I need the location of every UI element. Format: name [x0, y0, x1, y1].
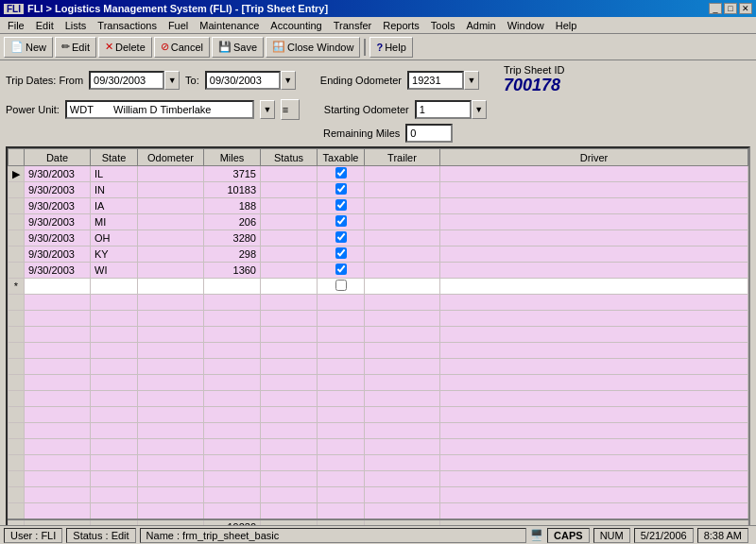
row-taxable[interactable] — [318, 198, 365, 214]
starting-odometer-dropdown[interactable]: ▼ — [472, 100, 487, 119]
empty-table-row[interactable] — [9, 471, 748, 487]
close-window-button[interactable]: 🪟 Close Window — [266, 37, 360, 58]
table-row[interactable]: 9/30/2003WI1360 — [9, 263, 748, 279]
empty-table-row[interactable] — [9, 311, 748, 327]
taxable-checkbox[interactable] — [335, 167, 347, 178]
row-driver[interactable] — [440, 246, 748, 263]
ending-odometer-dropdown[interactable]: ▼ — [464, 71, 479, 90]
row-odometer[interactable] — [138, 214, 204, 230]
power-unit-input[interactable] — [65, 100, 254, 119]
power-unit-dropdown[interactable]: ▼ — [260, 100, 275, 119]
row-odometer[interactable] — [138, 230, 204, 246]
taxable-checkbox[interactable] — [335, 215, 347, 227]
row-trailer[interactable] — [365, 263, 440, 279]
row-miles[interactable]: 1360 — [204, 263, 261, 279]
row-miles[interactable]: 188 — [204, 198, 261, 214]
row-odometer[interactable] — [138, 166, 204, 182]
menu-tools[interactable]: Tools — [425, 19, 461, 32]
row-state[interactable]: WI — [91, 263, 138, 279]
empty-table-row[interactable] — [9, 423, 748, 439]
from-date-input[interactable] — [89, 71, 164, 90]
table-row[interactable]: 9/30/2003OH3280 — [9, 230, 748, 246]
row-date[interactable] — [25, 279, 91, 295]
row-driver[interactable] — [440, 166, 748, 182]
taxable-checkbox[interactable] — [335, 264, 347, 275]
empty-table-row[interactable] — [9, 407, 748, 423]
row-date[interactable]: 9/30/2003 — [25, 230, 91, 246]
table-row[interactable]: 9/30/2003MI206 — [9, 214, 748, 230]
row-taxable[interactable] — [318, 182, 365, 198]
row-state[interactable] — [91, 279, 138, 295]
starting-odometer-input[interactable] — [415, 100, 472, 119]
to-date-input[interactable] — [205, 71, 281, 90]
row-state[interactable]: IL — [91, 166, 138, 182]
row-status[interactable] — [261, 230, 318, 246]
cancel-button[interactable]: ⊘ Cancel — [154, 37, 210, 58]
taxable-checkbox[interactable] — [335, 199, 347, 211]
row-miles[interactable]: 206 — [204, 214, 261, 230]
row-date[interactable]: 9/30/2003 — [25, 263, 91, 279]
menu-fuel[interactable]: Fuel — [163, 19, 194, 32]
row-state[interactable]: MI — [91, 214, 138, 230]
table-row[interactable]: 9/30/2003IN10183 — [9, 182, 748, 198]
row-date[interactable]: 9/30/2003 — [25, 166, 91, 182]
empty-table-row[interactable] — [9, 327, 748, 343]
row-taxable[interactable] — [318, 214, 365, 230]
row-taxable[interactable] — [318, 246, 365, 263]
row-state[interactable]: OH — [91, 230, 138, 246]
table-row[interactable]: ▶9/30/2003IL3715 — [9, 166, 748, 182]
row-driver[interactable] — [440, 198, 748, 214]
menu-transactions[interactable]: Transactions — [92, 19, 163, 32]
new-button[interactable]: 📄 New — [4, 37, 53, 58]
row-taxable[interactable] — [318, 166, 365, 182]
row-date[interactable]: 9/30/2003 — [25, 198, 91, 214]
empty-table-row[interactable] — [9, 295, 748, 311]
menu-help[interactable]: Help — [550, 19, 583, 32]
row-driver[interactable] — [440, 214, 748, 230]
row-trailer[interactable] — [365, 230, 440, 246]
row-trailer[interactable] — [365, 246, 440, 263]
menu-lists[interactable]: Lists — [60, 19, 93, 32]
row-odometer[interactable] — [138, 182, 204, 198]
empty-table-row[interactable] — [9, 343, 748, 359]
menu-edit[interactable]: Edit — [30, 19, 60, 32]
row-miles[interactable]: 10183 — [204, 182, 261, 198]
row-state[interactable]: IA — [91, 198, 138, 214]
row-trailer[interactable] — [365, 214, 440, 230]
row-trailer[interactable] — [365, 166, 440, 182]
row-trailer[interactable] — [365, 182, 440, 198]
empty-table-row[interactable] — [9, 439, 748, 455]
to-date-dropdown[interactable]: ▼ — [281, 71, 296, 90]
taxable-checkbox[interactable] — [335, 247, 347, 259]
row-driver[interactable] — [440, 263, 748, 279]
row-trailer[interactable] — [365, 279, 440, 295]
menu-accounting[interactable]: Accounting — [265, 19, 327, 32]
row-status[interactable] — [261, 198, 318, 214]
menu-maintenance[interactable]: Maintenance — [194, 19, 265, 32]
remaining-miles-input[interactable] — [405, 124, 453, 143]
row-taxable[interactable] — [318, 230, 365, 246]
menu-reports[interactable]: Reports — [377, 19, 425, 32]
row-status[interactable] — [261, 246, 318, 263]
taxable-checkbox[interactable] — [335, 183, 347, 195]
power-unit-detail-button[interactable]: ≡ — [281, 99, 300, 120]
menu-transfer[interactable]: Transfer — [328, 19, 378, 32]
empty-table-row[interactable] — [9, 359, 748, 375]
ending-odometer-input[interactable] — [407, 71, 464, 90]
from-date-dropdown[interactable]: ▼ — [164, 71, 180, 90]
empty-table-row[interactable] — [9, 503, 748, 519]
row-odometer[interactable] — [138, 279, 204, 295]
save-button[interactable]: 💾 Save — [212, 37, 264, 58]
table-row[interactable]: * — [9, 279, 748, 295]
row-miles[interactable]: 3715 — [204, 166, 261, 182]
empty-table-row[interactable] — [9, 375, 748, 391]
row-date[interactable]: 9/30/2003 — [25, 246, 91, 263]
row-state[interactable]: IN — [91, 182, 138, 198]
row-status[interactable] — [261, 166, 318, 182]
row-status[interactable] — [261, 279, 318, 295]
row-odometer[interactable] — [138, 246, 204, 263]
minimize-button[interactable]: _ — [709, 3, 722, 14]
taxable-checkbox[interactable] — [335, 280, 347, 291]
row-taxable[interactable] — [318, 279, 365, 295]
row-trailer[interactable] — [365, 198, 440, 214]
